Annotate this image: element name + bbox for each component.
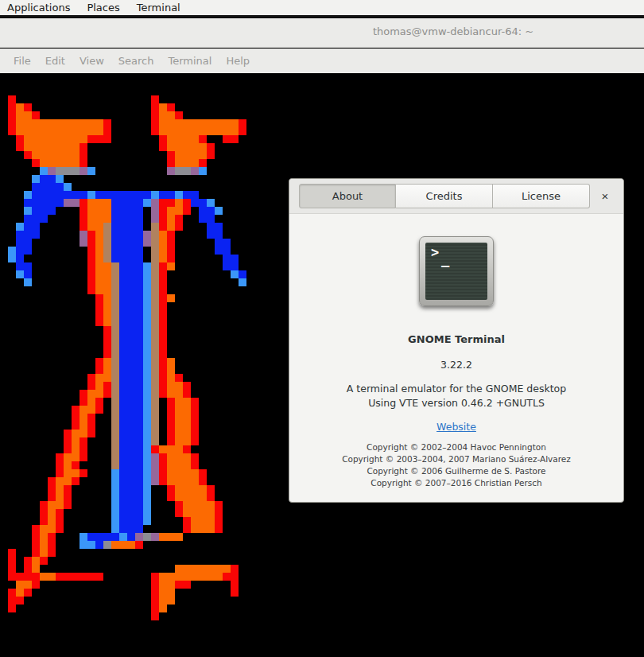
- close-icon[interactable]: ×: [597, 189, 613, 204]
- app-version: 3.22.2: [440, 359, 472, 371]
- panel-menu-terminal[interactable]: Terminal: [137, 2, 180, 14]
- copyright-line: Copyright © 2006 Guilherme de S. Pastore: [342, 465, 571, 477]
- menu-search[interactable]: Search: [111, 52, 161, 69]
- copyright-line: Copyright © 2003–2004, 2007 Mariano Suár…: [342, 453, 571, 465]
- copyright-line: Copyright © 2002–2004 Havoc Pennington: [342, 441, 571, 453]
- window-titlebar[interactable]: thomas@vmw-debiancur-64: ~: [0, 18, 644, 48]
- tab-license[interactable]: License: [493, 184, 590, 208]
- terminal-icon-screen: > _: [425, 243, 487, 300]
- menu-file[interactable]: File: [6, 52, 38, 69]
- panel-menu-applications[interactable]: Applications: [7, 2, 70, 14]
- terminal-icon-cursor: _: [441, 251, 449, 267]
- window-menubar: File Edit View Search Terminal Help: [0, 49, 644, 73]
- app-name: GNOME Terminal: [408, 333, 505, 345]
- desktop-panel: Applications Places Terminal: [0, 0, 644, 17]
- terminal-icon-prompt: >: [431, 244, 439, 260]
- dialog-body: > _ GNOME Terminal 3.22.2 A terminal emu…: [289, 214, 623, 489]
- menu-help[interactable]: Help: [219, 52, 257, 69]
- menu-terminal[interactable]: Terminal: [161, 52, 219, 69]
- window-title: thomas@vmw-debiancur-64: ~: [318, 25, 588, 37]
- copyright-block: Copyright © 2002–2004 Havoc Pennington C…: [342, 441, 571, 489]
- gnome-terminal-icon: > _: [419, 236, 494, 306]
- website-link[interactable]: Website: [436, 421, 476, 433]
- terminal-pixel-art: [8, 95, 246, 620]
- copyright-line: Copyright © 2007–2016 Christian Persch: [342, 477, 571, 489]
- dialog-header: About Credits License ×: [289, 179, 623, 214]
- app-description: A terminal emulator for the GNOME deskto…: [347, 382, 566, 410]
- tab-about[interactable]: About: [299, 184, 396, 208]
- menu-edit[interactable]: Edit: [38, 52, 72, 69]
- app-description-line2: Using VTE version 0.46.2 +GNUTLS: [347, 396, 566, 410]
- about-dialog: About Credits License × > _ GNOME Termin…: [289, 178, 624, 503]
- panel-menu-places[interactable]: Places: [87, 2, 119, 14]
- menu-view[interactable]: View: [72, 52, 111, 69]
- desktop: Applications Places Terminal thomas@vmw-…: [0, 0, 644, 657]
- app-description-line1: A terminal emulator for the GNOME deskto…: [347, 382, 566, 396]
- tab-credits[interactable]: Credits: [396, 184, 493, 208]
